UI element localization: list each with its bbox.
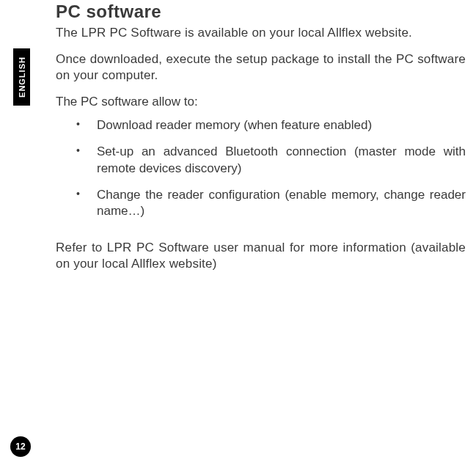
list-item: Download reader memory (when feature ena… bbox=[56, 117, 466, 133]
list-item: Change the reader configuration (enable … bbox=[56, 187, 466, 219]
paragraph-2: Once downloaded, execute the setup packa… bbox=[56, 51, 466, 84]
page-number-badge: 12 bbox=[10, 436, 31, 457]
language-tab: ENGLISH bbox=[13, 48, 30, 106]
page-content: PC software The LPR PC Software is avail… bbox=[56, 1, 466, 282]
feature-list: Download reader memory (when feature ena… bbox=[56, 117, 466, 219]
paragraph-1: The LPR PC Software is available on your… bbox=[56, 25, 466, 41]
language-tab-label: ENGLISH bbox=[18, 56, 26, 98]
paragraph-3: Refer to LPR PC Software user manual for… bbox=[56, 240, 466, 272]
list-intro: The PC software allow to: bbox=[56, 94, 466, 110]
list-item: Set-up an advanced Bluetooth connection … bbox=[56, 144, 466, 176]
page-title: PC software bbox=[56, 1, 466, 22]
page-number: 12 bbox=[15, 441, 25, 452]
